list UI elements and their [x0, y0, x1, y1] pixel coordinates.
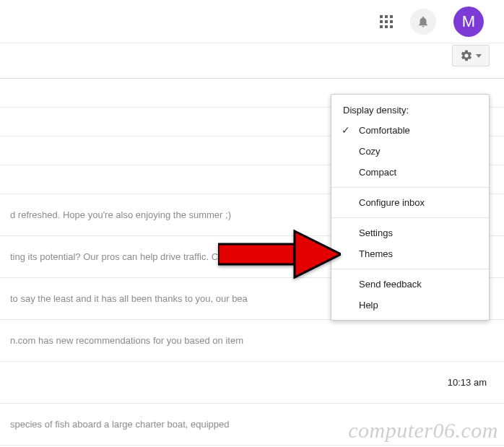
dropdown-header: Display density: [331, 102, 489, 120]
menu-item-label: Help [359, 300, 378, 311]
settings-gear-button[interactable] [452, 45, 490, 66]
mail-row[interactable]: species of fish aboard a large charter b… [0, 404, 504, 446]
svg-rect-6 [380, 25, 383, 28]
mail-time: 10:13 am [448, 377, 487, 388]
svg-rect-2 [390, 15, 393, 18]
menu-item-label: Configure inbox [359, 197, 425, 208]
mail-row[interactable]: n.com has new recommendations for you ba… [0, 320, 504, 362]
menu-item-label: Send feedback [359, 279, 422, 290]
menu-item-label: Themes [359, 248, 393, 259]
help[interactable]: Help [331, 295, 489, 316]
mail-row[interactable]: 10:13 am [0, 362, 504, 404]
menu-item-label: Settings [359, 227, 393, 238]
density-comfortable[interactable]: ✓ Comfortable [331, 120, 489, 141]
svg-rect-7 [385, 25, 388, 28]
menu-separator [331, 217, 489, 218]
svg-rect-4 [385, 20, 388, 23]
menu-item-label: Comfortable [359, 125, 410, 136]
menu-item-label: Cozy [359, 146, 381, 157]
chevron-down-icon [476, 54, 482, 58]
svg-rect-3 [380, 20, 383, 23]
check-icon: ✓ [342, 124, 350, 136]
configure-inbox[interactable]: Configure inbox [331, 192, 489, 213]
density-cozy[interactable]: Cozy [331, 141, 489, 162]
density-compact[interactable]: Compact [331, 162, 489, 183]
apps-icon[interactable] [380, 15, 393, 28]
topbar: M [0, 0, 504, 43]
svg-rect-0 [380, 15, 383, 18]
settings[interactable]: Settings [331, 222, 489, 243]
menu-item-label: Compact [359, 167, 396, 178]
gear-icon [460, 49, 473, 62]
svg-rect-5 [390, 20, 393, 23]
svg-rect-1 [385, 15, 388, 18]
themes[interactable]: Themes [331, 243, 489, 264]
avatar[interactable]: M [453, 6, 484, 37]
menu-separator [331, 269, 489, 269]
toolbar [0, 43, 504, 78]
notifications-button[interactable] [410, 9, 436, 35]
settings-dropdown: Display density: ✓ Comfortable Cozy Comp… [331, 94, 490, 321]
menu-separator [331, 187, 489, 188]
svg-rect-8 [390, 25, 393, 28]
send-feedback[interactable]: Send feedback [331, 274, 489, 295]
